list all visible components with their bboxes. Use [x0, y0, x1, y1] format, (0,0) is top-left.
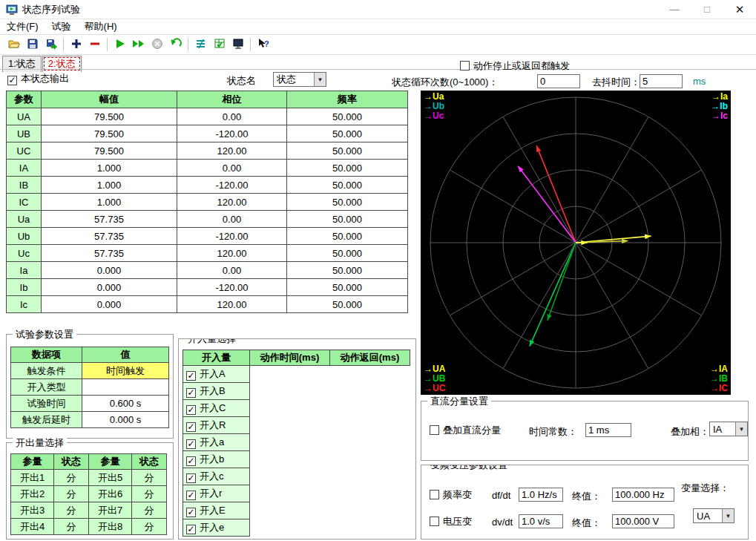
table-cell[interactable]: 1.000	[42, 160, 177, 177]
chevron-down-icon[interactable]: ▼	[314, 73, 326, 86]
dc-overlay-checkbox[interactable]	[430, 425, 439, 435]
row-checkbox[interactable]	[186, 508, 196, 517]
row-checkbox[interactable]	[186, 371, 196, 381]
table-cell[interactable]: 时间触发	[82, 363, 169, 379]
trigger-on-stop-checkbox-row[interactable]: 动作停止或返回都触发	[460, 59, 570, 73]
variable-select-combo[interactable]: UA ▼	[693, 508, 734, 523]
loop-count-input[interactable]	[537, 74, 580, 88]
row-checkbox[interactable]	[186, 439, 196, 449]
table-cell[interactable]: 50.000	[287, 228, 408, 245]
chevron-down-icon[interactable]: ▼	[722, 509, 734, 522]
table-cell[interactable]: 触发后延时	[11, 412, 82, 428]
volt-change-checkbox-row[interactable]: 电压变	[430, 515, 472, 528]
table-cell[interactable]: 开入类型	[11, 379, 82, 396]
table-cell[interactable]	[82, 379, 169, 396]
table-cell[interactable]: Ia	[7, 262, 42, 279]
stop-button[interactable]	[148, 36, 166, 53]
table-cell[interactable]: 79.500	[42, 125, 177, 142]
table-cell[interactable]: 0.600 s	[82, 396, 169, 412]
table-cell[interactable]: 开出8	[89, 519, 132, 535]
table-cell[interactable]: 分	[132, 470, 167, 486]
chevron-down-icon[interactable]: ▼	[735, 422, 747, 436]
row-checkbox[interactable]	[186, 405, 196, 415]
table-cell[interactable]: 分	[132, 502, 167, 519]
monitor-button[interactable]	[229, 36, 247, 53]
table-cell[interactable]: 0.00	[177, 262, 287, 279]
volt-end-input[interactable]	[612, 514, 674, 528]
table-cell[interactable]: UC	[7, 142, 42, 160]
table-cell[interactable]: 50.000	[287, 108, 408, 125]
table-cell[interactable]: Ib	[7, 279, 42, 296]
table-cell[interactable]: 50.000	[287, 211, 408, 228]
table-cell[interactable]: IB	[7, 177, 42, 194]
menu-file[interactable]: 文件(F)	[0, 19, 45, 34]
row-checkbox[interactable]	[186, 473, 196, 483]
table-cell[interactable]: 50.000	[287, 296, 408, 313]
export-button[interactable]	[42, 36, 60, 53]
table-cell[interactable]: -120.00	[177, 228, 287, 245]
table-cell[interactable]: 开出5	[89, 470, 132, 486]
table-cell[interactable]: Ic	[7, 296, 42, 313]
dc-overlay-checkbox-row[interactable]: 叠加直流分量	[430, 424, 501, 437]
table-cell[interactable]: 0.000 s	[82, 412, 169, 428]
table-cell[interactable]: 分	[54, 502, 89, 519]
row-checkbox[interactable]	[186, 422, 196, 432]
dv-dt-input[interactable]	[519, 514, 563, 528]
table-cell[interactable]: -120.00	[177, 279, 287, 296]
table-cell[interactable]: 试验时间	[11, 396, 82, 412]
table-cell[interactable]: 分	[54, 519, 89, 535]
volt-change-checkbox[interactable]	[430, 517, 439, 526]
table-cell[interactable]: 开出4	[11, 519, 54, 535]
trigger-on-stop-checkbox[interactable]	[460, 61, 470, 71]
context-help-button[interactable]: ?	[254, 36, 272, 53]
undo-button[interactable]	[166, 36, 185, 53]
run-button[interactable]	[111, 36, 129, 53]
table-cell[interactable]: 79.500	[42, 142, 177, 160]
table-edit-button[interactable]	[210, 36, 229, 53]
state-output-checkbox[interactable]	[7, 76, 17, 85]
fast-forward-button[interactable]	[129, 36, 148, 53]
menu-test[interactable]: 试验	[45, 19, 78, 34]
minimize-button[interactable]: —	[658, 0, 691, 19]
table-cell[interactable]: 50.000	[287, 125, 408, 142]
table-cell[interactable]: 分	[132, 486, 167, 502]
row-checkbox[interactable]	[186, 491, 196, 500]
table-cell[interactable]: 50.000	[287, 194, 408, 211]
close-button[interactable]: ✕	[723, 0, 756, 19]
freq-end-input[interactable]	[612, 488, 674, 502]
row-checkbox[interactable]	[186, 388, 196, 398]
remove-state-button[interactable]	[85, 36, 104, 53]
table-cell[interactable]: 50.000	[287, 245, 408, 262]
time-constant-input[interactable]	[585, 423, 631, 437]
maximize-button[interactable]: □	[691, 0, 723, 19]
table-cell[interactable]: 57.735	[42, 211, 177, 228]
table-cell[interactable]: IC	[7, 194, 42, 211]
table-cell[interactable]: 0.000	[42, 262, 177, 279]
row-checkbox[interactable]	[186, 456, 196, 466]
table-cell[interactable]: 57.735	[42, 245, 177, 262]
table-cell[interactable]: -120.00	[177, 177, 287, 194]
table-cell[interactable]: 50.000	[287, 142, 408, 160]
table-cell[interactable]: 1.000	[42, 177, 177, 194]
freq-change-checkbox-row[interactable]: 频率变	[430, 488, 472, 502]
table-cell[interactable]: 0.000	[42, 296, 177, 313]
state-output-checkbox-row[interactable]: 本状态输出	[7, 72, 69, 85]
table-cell[interactable]: 50.000	[287, 160, 408, 177]
table-cell[interactable]: 开出3	[11, 502, 54, 519]
table-cell[interactable]: 57.735	[42, 228, 177, 245]
debounce-time-input[interactable]	[640, 74, 683, 88]
table-cell[interactable]: 50.000	[287, 262, 408, 279]
table-cell[interactable]: 120.00	[177, 194, 287, 211]
row-checkbox[interactable]	[186, 525, 196, 534]
table-cell[interactable]: 50.000	[287, 279, 408, 296]
table-cell[interactable]: 分	[54, 486, 89, 502]
add-state-button[interactable]	[67, 36, 85, 53]
menu-help[interactable]: 帮助(H)	[78, 19, 124, 34]
table-cell[interactable]: 120.00	[177, 142, 287, 160]
table-cell[interactable]: Uc	[7, 245, 42, 262]
table-cell[interactable]: 分	[54, 470, 89, 486]
table-cell[interactable]: 0.000	[42, 279, 177, 296]
table-cell[interactable]: UA	[7, 108, 42, 125]
table-cell[interactable]: -120.00	[177, 125, 287, 142]
table-cell[interactable]: 开出1	[11, 470, 54, 486]
